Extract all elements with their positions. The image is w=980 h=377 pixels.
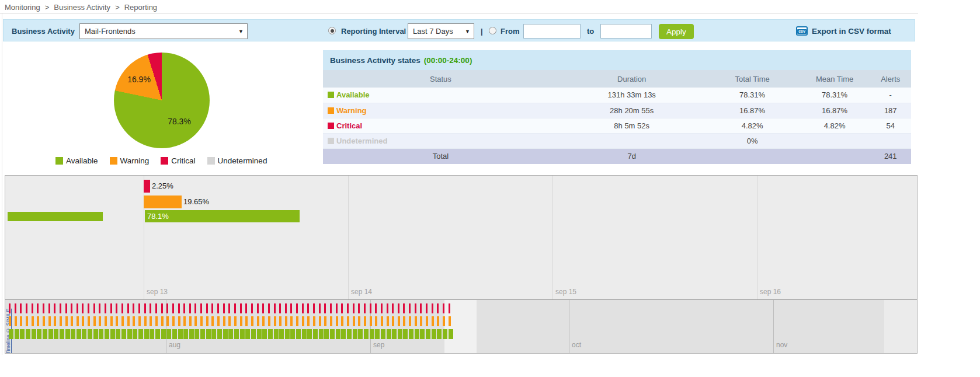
status-label: Critical bbox=[336, 121, 362, 130]
event-tick-critical bbox=[274, 303, 276, 313]
event-tick-critical bbox=[121, 303, 123, 313]
from-date-input[interactable] bbox=[523, 24, 581, 39]
event-tick-warning bbox=[279, 316, 282, 326]
event-tick-available bbox=[43, 329, 47, 339]
panel-header: Business Activity states (00:00-24:00) bbox=[323, 50, 911, 70]
event-tick-available bbox=[251, 329, 256, 339]
legend-label: Undetermined bbox=[218, 156, 267, 165]
table-row: Warning28h 20m 55s16.87%16.87%187 bbox=[323, 103, 911, 118]
event-tick-critical bbox=[336, 303, 338, 313]
total-label: Total bbox=[323, 148, 558, 164]
event-tick-critical bbox=[234, 303, 236, 313]
to-date-input[interactable] bbox=[600, 24, 652, 39]
interval-select[interactable]: Last 7 Days ▼ bbox=[408, 23, 474, 39]
event-tick-available bbox=[161, 329, 166, 339]
breadcrumb-link-business-activity[interactable]: Business Activity bbox=[54, 3, 110, 12]
event-tick-available bbox=[347, 329, 352, 339]
reporting-interval-label: Reporting Interval bbox=[341, 20, 406, 42]
reporting-page: Monitoring>Business Activity>Reporting B… bbox=[0, 0, 980, 377]
event-tick-warning bbox=[105, 316, 107, 326]
event-tick-critical bbox=[370, 303, 371, 313]
event-tick-critical bbox=[65, 303, 67, 313]
event-tick-warning bbox=[189, 316, 192, 326]
event-tick-critical bbox=[302, 303, 304, 313]
event-tick-critical bbox=[138, 303, 140, 313]
event-tick-critical bbox=[432, 303, 433, 313]
column-header-mean-time: Mean Time bbox=[800, 70, 870, 88]
event-tick-available bbox=[71, 329, 75, 339]
event-tick-critical bbox=[223, 303, 225, 313]
duration-cell: 28h 20m 55s bbox=[558, 103, 706, 118]
event-tick-critical bbox=[20, 303, 22, 313]
event-tick-critical bbox=[77, 303, 78, 313]
event-tick-critical bbox=[32, 303, 33, 313]
timeline-overview-band[interactable]: Timeline © SIMILE augsepoctnov bbox=[5, 299, 918, 354]
event-tick-critical bbox=[268, 303, 270, 313]
event-tick-warning bbox=[110, 316, 113, 326]
event-tick-available bbox=[54, 329, 58, 339]
event-tick-warning bbox=[82, 316, 84, 326]
event-tick-critical bbox=[217, 303, 219, 313]
event-tick-available bbox=[127, 329, 132, 339]
event-tick-warning bbox=[200, 316, 203, 326]
event-tick-critical bbox=[324, 303, 326, 313]
event-tick-warning bbox=[358, 316, 360, 326]
event-tick-critical bbox=[150, 303, 151, 313]
legend-item-warning: Warning bbox=[110, 156, 150, 165]
toolbar: Business Activity Mail-Frontends ▼ Repor… bbox=[3, 19, 915, 41]
event-tick-available bbox=[257, 329, 262, 339]
event-tick-available bbox=[37, 329, 41, 339]
event-tick-warning bbox=[211, 316, 214, 326]
event-tick-available bbox=[364, 329, 369, 339]
event-tick-available bbox=[105, 329, 109, 339]
breadcrumb-link-reporting[interactable]: Reporting bbox=[124, 3, 157, 12]
event-tick-warning bbox=[285, 316, 287, 326]
event-tick-warning bbox=[290, 316, 293, 326]
timeline-widget[interactable]: sep 13sep 14sep 15sep 162.25%19.65%78.1%… bbox=[5, 175, 918, 354]
event-tick-warning bbox=[99, 316, 101, 326]
event-tick-available bbox=[166, 329, 171, 339]
event-tick-warning bbox=[234, 316, 237, 326]
event-tick-available bbox=[437, 329, 442, 339]
event-tick-warning bbox=[443, 316, 445, 326]
business-activity-select[interactable]: Mail-Frontends ▼ bbox=[79, 23, 248, 39]
status-cell: Critical bbox=[323, 118, 558, 133]
event-tick-critical bbox=[105, 303, 106, 313]
alerts-cell: - bbox=[870, 88, 911, 103]
export-csv-label: Export in CSV format bbox=[812, 27, 891, 36]
event-tick-available bbox=[60, 329, 64, 339]
breadcrumb-separator: > bbox=[115, 3, 120, 12]
column-header-duration: Duration bbox=[558, 70, 706, 88]
export-csv-button[interactable]: csv Export in CSV format bbox=[796, 20, 891, 42]
event-tick-warning bbox=[127, 316, 130, 326]
table-row: Critical8h 5m 52s4.82%4.82%54 bbox=[323, 118, 911, 133]
event-tick-critical bbox=[403, 303, 405, 313]
event-tick-critical bbox=[240, 303, 242, 313]
event-tick-available bbox=[285, 329, 290, 339]
event-tick-warning bbox=[392, 316, 394, 326]
status-label: Undetermined bbox=[336, 137, 387, 145]
event-tick-critical bbox=[200, 303, 202, 313]
event-tick-available bbox=[77, 329, 81, 339]
event-tick-warning bbox=[336, 316, 338, 326]
status-square-available bbox=[328, 92, 334, 98]
reporting-interval-radio[interactable] bbox=[328, 27, 336, 34]
event-tick-critical bbox=[228, 303, 230, 313]
panel-title-range: (00:00-24:00) bbox=[424, 56, 472, 65]
event-tick-warning bbox=[313, 316, 315, 326]
table-row: Undetermined0% bbox=[323, 133, 911, 148]
event-tick-critical bbox=[189, 303, 191, 313]
month-label: aug bbox=[169, 341, 180, 349]
event-tick-warning bbox=[251, 316, 253, 326]
event-tick-critical bbox=[211, 303, 213, 313]
event-tick-critical bbox=[443, 303, 444, 313]
total-time-cell: 78.31% bbox=[706, 88, 800, 103]
total-row: Total7d241 bbox=[323, 148, 911, 164]
apply-button[interactable]: Apply bbox=[659, 24, 694, 39]
event-tick-critical bbox=[155, 303, 157, 313]
event-tick-available bbox=[206, 329, 211, 339]
breadcrumb-link-monitoring[interactable]: Monitoring bbox=[5, 3, 40, 12]
custom-range-radio[interactable] bbox=[489, 27, 496, 34]
event-tick-available bbox=[319, 329, 324, 339]
column-header-total-time: Total Time bbox=[706, 70, 800, 88]
